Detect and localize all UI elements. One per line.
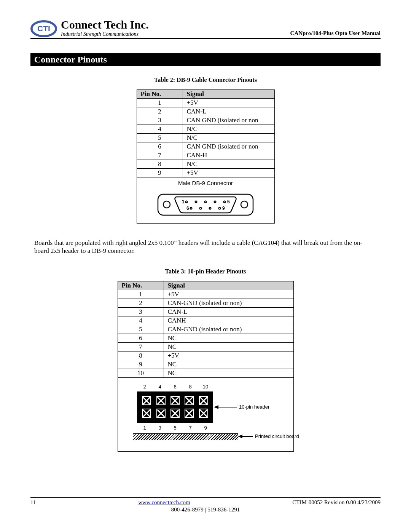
table-row: 8N/C [137,160,274,169]
table-row: 3CAN GND (isolated or non [137,116,274,125]
footer-phones: 800-426-8979 | 519-836-1291 [30,506,381,513]
header-block-icon [137,391,213,423]
svg-point-8 [196,201,196,202]
company-name: Connect Tech Inc. [61,19,290,30]
diagram-bottom-numbers: 1 3 5 7 9 [137,425,213,431]
cell-signal: CAN GND (isolated or non [183,116,274,125]
table-row: 10NC [118,369,293,377]
diagram-top-numbers: 2 4 6 8 10 [137,384,213,390]
pin-num: 9 [199,425,212,431]
body-paragraph: Boards that are populated with right ang… [34,239,377,255]
table-row: 7NC [118,342,293,351]
footer-page-number: 11 [30,499,36,506]
cell-signal: CANH [164,316,293,325]
table-row: 7CAN-H [137,151,274,160]
cell-signal: N/C [183,160,274,169]
pin-num: 1 [138,425,151,431]
svg-point-4 [241,201,248,208]
cell-signal: NC [164,369,293,377]
cell-signal: +5V [183,99,274,107]
cell-signal: NC [164,334,293,342]
table-row: 2CAN-L [137,107,274,116]
table-10pin-pinouts: Pin No. Signal 1+5V 2CAN-GND (isolated o… [118,281,294,452]
table-row: 5N/C [137,134,274,142]
company-tagline: Industrial Strength Communications [61,31,290,37]
cell-signal: CAN-H [183,151,274,160]
pin-num: 6 [168,384,182,390]
svg-point-22 [219,208,220,209]
page: CTI Connect Tech Inc. Industrial Strengt… [0,0,411,532]
pin-num: 8 [183,384,197,390]
cell-signal: +5V [183,169,274,177]
cell-pin: 10 [118,369,164,377]
arrow-line-icon [218,407,237,407]
cell-pin: 1 [137,99,183,107]
db9-pin-label-1: 1 [182,199,185,204]
table-row-diagram: Male DB-9 Connector [137,177,274,224]
svg-point-18 [200,208,201,209]
cell-pin: 9 [137,169,183,177]
pin-num: 7 [183,425,197,431]
cell-pin: 3 [118,307,164,316]
footer-url[interactable]: www.connecttech.com [138,499,190,506]
page-header: CTI Connect Tech Inc. Industrial Strengt… [30,19,381,39]
db9-pin-label-6: 6 [186,206,189,211]
svg-point-16 [191,208,191,209]
section-heading: Connector Pinouts [30,53,381,66]
ten-pin-header-diagram: 2 4 6 8 10 1 3 5 7 9 [133,384,278,447]
arrow-head-icon [214,405,218,409]
table-row: 2CAN-GND (isolated or non) [118,299,293,307]
pin-num: 10 [199,384,212,390]
cell-pin: 7 [137,151,183,160]
db9-diagram-title: Male DB-9 Connector [139,180,272,186]
arrow-head-icon [238,435,242,438]
table2-header-pin: Pin No. [137,90,183,99]
company-logo-icon: CTI [30,20,57,37]
table-row: 4N/C [137,125,274,134]
cell-pin: 2 [137,107,183,116]
cell-signal: CAN GND (isolated or non [183,142,274,151]
table-row: 1+5V [118,290,293,299]
svg-point-14 [224,201,225,202]
cell-pin: 6 [137,142,183,151]
svg-point-20 [210,208,210,209]
table-row: 8+5V [118,351,293,360]
pin-num: 5 [168,425,182,431]
cell-pin: 7 [118,342,164,351]
cell-pin: 1 [118,290,164,299]
cell-signal: +5V [164,290,293,299]
cell-signal: CAN-GND (isolated or non) [164,325,293,334]
cell-pin: 5 [118,325,164,334]
table-row: 5CAN-GND (isolated or non) [118,325,293,334]
pin-num: 2 [138,384,151,390]
svg-text:CTI: CTI [37,24,50,33]
db9-pin-label-5: 5 [227,199,230,204]
brand-block: Connect Tech Inc. Industrial Strength Co… [61,19,290,37]
cell-signal: NC [164,360,293,369]
cell-pin: 8 [118,351,164,360]
cell-pin: 6 [118,334,164,342]
table-row: 9NC [118,360,293,369]
footer-revision: CTIM-00052 Revision 0.00 4/23/2009 [292,499,381,506]
db9-pin-label-9: 9 [222,206,225,211]
table-db9-pinouts: Pin No. Signal 1+5V 2CAN-L 3CAN GND (iso… [137,89,275,224]
db9-connector-icon: 1 5 6 9 [156,189,255,219]
cell-signal: N/C [183,134,274,142]
cell-signal: CAN-GND (isolated or non) [164,299,293,307]
label-10pin-header: 10-pin header [239,404,269,410]
cell-pin: 8 [137,160,183,169]
table2-header-signal: Signal [183,90,274,99]
svg-point-12 [215,201,215,202]
pin-num: 4 [153,384,167,390]
cell-signal: CAN-L [164,307,293,316]
cell-signal: N/C [183,125,274,134]
page-footer: 11 www.connecttech.com CTIM-00052 Revisi… [30,497,381,513]
pcb-hatch-icon [133,433,238,440]
svg-point-10 [205,201,206,202]
table-row: 6NC [118,334,293,342]
table2-caption: Table 2: DB-9 Cable Connector Pinouts [30,77,381,83]
cell-pin: 4 [137,125,183,134]
table-row: 3CAN-L [118,307,293,316]
cell-pin: 9 [118,360,164,369]
cell-pin: 3 [137,116,183,125]
